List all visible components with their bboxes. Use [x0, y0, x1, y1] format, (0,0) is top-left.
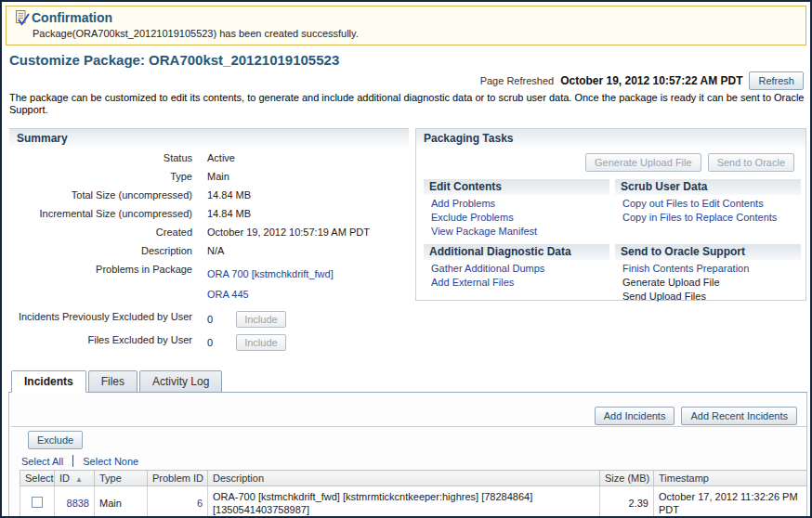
- page: Confirmation Package(ORA700kst_201210191…: [0, 0, 812, 518]
- summary-fields: Status Active Type Main Total Size (unco…: [9, 149, 370, 351]
- incident-type-cell: Main: [95, 486, 148, 518]
- column-header-problem-id[interactable]: Problem ID: [148, 471, 208, 486]
- problem-id-link[interactable]: 6: [197, 498, 203, 509]
- page-intro-text: The package can be customized to edit it…: [9, 92, 806, 116]
- page-title: Customize Package: ORA700kst_20121019105…: [9, 52, 339, 68]
- task-link-copy-in-files[interactable]: Copy in Files to Replace Contents: [622, 212, 777, 223]
- select-all-link[interactable]: Select All: [21, 456, 63, 467]
- summary-header: Summary: [9, 128, 409, 147]
- field-value: 0: [207, 314, 213, 325]
- include-files-button[interactable]: Include: [236, 334, 285, 351]
- task-link-gather-additional-dumps[interactable]: Gather Additional Dumps: [431, 263, 544, 274]
- task-item-send-upload-files: Send Upload Files: [622, 291, 706, 302]
- page-refreshed-row: Page Refreshed October 19, 2012 10:57:22…: [480, 71, 804, 90]
- field-label: Incidents Previously Excluded by User: [9, 304, 192, 328]
- task-group-title: Scrub User Data: [615, 179, 801, 195]
- summary-row: Type Main: [9, 167, 370, 186]
- incidents-table: Select ID▲ Type Problem ID Description S…: [20, 470, 807, 518]
- field-value: Active: [192, 149, 370, 167]
- sort-ascending-icon: ▲: [75, 475, 83, 484]
- table-row: 8838 Main 6 ORA-700 [kstmchkdrift_fwd] […: [20, 486, 808, 518]
- include-incidents-button[interactable]: Include: [236, 311, 285, 328]
- incident-id-link[interactable]: 8838: [67, 498, 89, 509]
- field-value: 14.84 MB: [192, 186, 370, 204]
- row-select-checkbox[interactable]: [32, 497, 43, 508]
- column-header-description[interactable]: Description: [208, 471, 600, 486]
- summary-row: Created October 19, 2012 10:57:19 AM PDT: [9, 223, 370, 241]
- confirmation-banner: Confirmation Package(ORA700kst_201210191…: [6, 6, 806, 45]
- column-header-size[interactable]: Size (MB): [600, 471, 654, 486]
- field-value: October 19, 2012 10:57:19 AM PDT: [192, 223, 370, 241]
- field-label: Status: [9, 149, 192, 167]
- tab-activity-log[interactable]: Activity Log: [139, 370, 222, 393]
- field-label: Problems in Package: [9, 260, 192, 304]
- exclude-button[interactable]: Exclude: [28, 431, 83, 449]
- add-recent-incidents-button[interactable]: Add Recent Incidents: [681, 407, 797, 425]
- task-group-send-to-oracle-support: Send to Oracle Support Finish Contents P…: [615, 244, 801, 304]
- summary-row: Incremental Size (uncompressed) 14.84 MB: [9, 204, 370, 223]
- task-link-copy-out-files[interactable]: Copy out Files to Edit Contents: [622, 198, 764, 209]
- page-refreshed-timestamp: October 19, 2012 10:57:22 AM PDT: [560, 74, 742, 87]
- task-link-add-problems[interactable]: Add Problems: [431, 198, 495, 209]
- field-label: Type: [9, 167, 192, 186]
- generate-upload-file-button[interactable]: Generate Upload File: [585, 153, 701, 172]
- task-link-add-external-files[interactable]: Add External Files: [431, 277, 514, 288]
- confirmation-title: Confirmation: [32, 10, 112, 25]
- field-label: Description: [9, 241, 192, 260]
- packaging-tasks-header: Packaging Tasks: [416, 129, 805, 148]
- confirmation-message: Package(ORA700kst_20121019105523) has be…: [33, 28, 359, 39]
- packaging-tasks-section: Packaging Tasks Generate Upload File Sen…: [415, 128, 806, 301]
- tab-incidents[interactable]: Incidents: [11, 370, 86, 393]
- select-none-link[interactable]: Select None: [83, 456, 138, 467]
- task-group-title: Edit Contents: [424, 179, 609, 195]
- task-group-edit-contents: Edit Contents Add Problems Exclude Probl…: [424, 179, 609, 239]
- confirmation-check-icon: [15, 10, 31, 30]
- column-header-id[interactable]: ID▲: [55, 471, 95, 486]
- refresh-button[interactable]: Refresh: [749, 71, 804, 90]
- task-link-exclude-problems[interactable]: Exclude Problems: [431, 212, 514, 223]
- summary-row: Status Active: [9, 149, 370, 167]
- task-group-title: Send to Oracle Support: [615, 244, 801, 260]
- incident-timestamp-cell: October 17, 2012 11:32:26 PM PDT: [654, 486, 808, 518]
- column-header-type[interactable]: Type: [95, 471, 148, 486]
- field-label: Files Excluded by User: [9, 328, 192, 351]
- tab-files[interactable]: Files: [88, 370, 138, 393]
- summary-row: Description N/A: [9, 241, 370, 260]
- summary-row-files-excluded: Files Excluded by User 0 Include: [9, 328, 370, 351]
- summary-row-incidents-excluded: Incidents Previously Excluded by User 0 …: [9, 304, 370, 328]
- field-value: 14.84 MB: [192, 204, 370, 223]
- task-link-view-package-manifest[interactable]: View Package Manifest: [431, 226, 537, 237]
- add-incidents-button[interactable]: Add Incidents: [595, 407, 675, 425]
- column-header-select[interactable]: Select: [20, 471, 55, 486]
- task-group-title: Additional Diagnostic Data: [424, 244, 609, 260]
- incident-size-cell: 2.39: [600, 486, 654, 518]
- field-label: Incremental Size (uncompressed): [9, 204, 192, 223]
- send-to-oracle-button[interactable]: Send to Oracle: [708, 153, 794, 172]
- incident-description-cell: ORA-700 [kstmchkdrift_fwd] [kstmrmtickcn…: [208, 486, 600, 518]
- summary-row-problems: Problems in Package ORA 700 [kstmchkdrif…: [9, 260, 370, 304]
- field-value: Main: [192, 167, 370, 186]
- field-label: Created: [9, 223, 192, 241]
- task-link-finish-contents-preparation[interactable]: Finish Contents Preparation: [622, 263, 749, 274]
- problem-link[interactable]: ORA 700 [kstmchkdrift_fwd]: [207, 264, 334, 284]
- incidents-tab-panel: Add Incidents Add Recent Incidents Exclu…: [8, 393, 807, 518]
- toolbar-divider: [11, 426, 806, 427]
- task-group-additional-diagnostic-data: Additional Diagnostic Data Gather Additi…: [424, 244, 609, 304]
- problem-link[interactable]: ORA 445: [207, 284, 249, 304]
- summary-section: Summary Status Active Type Main Total Si…: [9, 128, 409, 351]
- table-header-row: Select ID▲ Type Problem ID Description S…: [20, 471, 808, 486]
- tab-strip: Incidents Files Activity Log: [11, 370, 222, 393]
- field-label: Total Size (uncompressed): [9, 186, 192, 204]
- select-links-divider: [72, 455, 73, 467]
- summary-row: Total Size (uncompressed) 14.84 MB: [9, 186, 370, 204]
- task-group-scrub-user-data: Scrub User Data Copy out Files to Edit C…: [615, 179, 801, 239]
- field-value: N/A: [192, 241, 370, 260]
- task-item-generate-upload-file: Generate Upload File: [622, 277, 720, 288]
- column-header-timestamp[interactable]: Timestamp: [654, 471, 808, 486]
- page-refreshed-label: Page Refreshed: [480, 75, 555, 86]
- field-value: 0: [207, 337, 213, 348]
